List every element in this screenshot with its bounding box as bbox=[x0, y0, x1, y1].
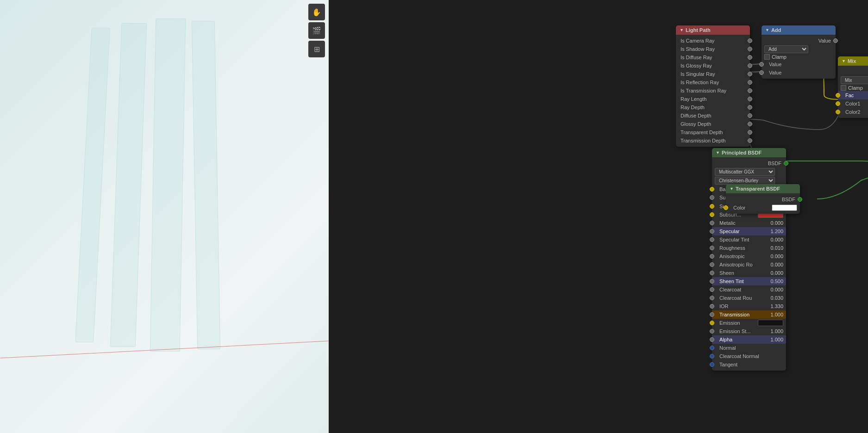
node-editor: ▼ Light Path Is Camera Ray Is Shadow Ray… bbox=[329, 0, 868, 433]
principled-bsdf-header[interactable]: ▼ Principled BSDF bbox=[712, 148, 786, 157]
socket-base-color-in[interactable] bbox=[710, 187, 714, 192]
add-body: Value Add Clamp Value Value bbox=[762, 35, 836, 79]
socket-sheen-tint-in[interactable] bbox=[710, 279, 714, 284]
mix-body: Color Mix Clamp Fac 0.307 Color1 bbox=[838, 66, 868, 118]
socket-subsurface-in[interactable] bbox=[710, 195, 714, 200]
socket-clearcoat-normal-in[interactable] bbox=[710, 354, 714, 359]
socket-specular-in[interactable] bbox=[710, 229, 714, 234]
transparent-output-row: BSDF bbox=[726, 195, 800, 204]
socket-add-val1-in[interactable] bbox=[759, 62, 764, 67]
mix-clamp-label: Clamp bbox=[848, 85, 863, 91]
light-path-body: Is Camera Ray Is Shadow Ray Is Diffuse R… bbox=[676, 35, 750, 147]
transparent-color-swatch[interactable] bbox=[772, 204, 797, 211]
mix-clamp-checkbox[interactable] bbox=[841, 85, 846, 91]
add-title: Add bbox=[771, 27, 781, 33]
add-node: ▼ Add Value Add Clamp Value bbox=[762, 25, 836, 79]
socket-diffuse-depth-out[interactable] bbox=[748, 113, 752, 118]
light-path-title: Light Path bbox=[686, 27, 711, 33]
transparent-bsdf-node: ▼ Transparent BSDF BSDF Color bbox=[726, 184, 800, 214]
principled-bsdf-title: Principled BSDF bbox=[722, 150, 762, 155]
row-diffuse-depth: Diffuse Depth bbox=[676, 111, 750, 120]
socket-clearcoat-in[interactable] bbox=[710, 287, 714, 292]
socket-is-singular-ray-out[interactable] bbox=[748, 72, 752, 76]
bsdf-anisotropic-row: Anisotropic 0.000 bbox=[712, 252, 786, 260]
socket-emission-in[interactable] bbox=[710, 321, 714, 325]
mix-color1-row: Color1 bbox=[838, 99, 868, 108]
bsdf-specular-row: Specular 1.200 bbox=[712, 227, 786, 235]
socket-mix-color1-in[interactable] bbox=[836, 101, 840, 106]
socket-add-value-out[interactable] bbox=[833, 38, 838, 43]
grid-tool-icon[interactable]: ⊞ bbox=[308, 41, 325, 57]
socket-ior-in[interactable] bbox=[710, 304, 714, 309]
socket-roughness-in[interactable] bbox=[710, 246, 714, 250]
bsdf-subsurface-select[interactable]: Christensen-Burley bbox=[715, 177, 775, 185]
socket-is-shadow-ray-out[interactable] bbox=[748, 47, 752, 51]
bsdf-metallic-row: Metalic 0.000 bbox=[712, 219, 786, 227]
add-clamp-label: Clamp bbox=[772, 54, 787, 60]
socket-transparent-color-in[interactable] bbox=[724, 205, 728, 210]
bsdf-output-row: BSDF bbox=[712, 159, 786, 167]
socket-anisotropic-rot-in[interactable] bbox=[710, 262, 714, 267]
socket-normal-in[interactable] bbox=[710, 346, 714, 350]
camera-tool-icon[interactable]: 🎬 bbox=[308, 22, 325, 39]
socket-is-reflection-ray-out[interactable] bbox=[748, 80, 752, 85]
socket-mix-fac-in[interactable] bbox=[836, 93, 840, 98]
mix-header[interactable]: ▼ Mix bbox=[838, 56, 868, 66]
bsdf-dist-select[interactable]: Multiscatter GGX bbox=[715, 168, 775, 176]
socket-transmission-depth-out[interactable] bbox=[748, 138, 752, 143]
add-clamp-row: Clamp bbox=[762, 54, 836, 60]
socket-is-camera-ray-out[interactable] bbox=[748, 38, 752, 43]
row-glossy-depth: Glossy Depth bbox=[676, 120, 750, 128]
add-clamp-checkbox[interactable] bbox=[764, 54, 770, 60]
socket-ray-depth-out[interactable] bbox=[748, 105, 752, 110]
transparent-bsdf-header[interactable]: ▼ Transparent BSDF bbox=[726, 184, 800, 193]
glass-panels bbox=[28, 19, 259, 389]
emission-swatch[interactable] bbox=[758, 320, 783, 326]
socket-ray-length-out[interactable] bbox=[748, 97, 752, 101]
socket-transparent-depth-out[interactable] bbox=[748, 130, 752, 135]
bsdf-emission-strength-row: Emission St... 1.000 bbox=[712, 327, 786, 335]
mix-color2-row: Color2 bbox=[838, 108, 868, 116]
bsdf-dist-row: Multiscatter GGX bbox=[712, 167, 786, 176]
mix-node: ▼ Mix Color Mix Clamp Fac 0.307 bbox=[838, 56, 868, 118]
hand-tool-icon[interactable]: ✋ bbox=[308, 4, 325, 20]
add-value2-row: Value bbox=[762, 68, 836, 77]
socket-emission-strength-in[interactable] bbox=[710, 329, 714, 334]
socket-tangent-in[interactable] bbox=[710, 362, 714, 367]
row-is-reflection-ray: Is Reflection Ray bbox=[676, 78, 750, 87]
socket-anisotropic-in[interactable] bbox=[710, 254, 714, 259]
bsdf-anisotropic-rot-row: Anisotropic Ro 0.000 bbox=[712, 260, 786, 269]
socket-transparent-bsdf-out[interactable] bbox=[798, 197, 802, 202]
socket-transmission-in[interactable] bbox=[710, 312, 714, 317]
socket-is-transmission-ray-out[interactable] bbox=[748, 88, 752, 93]
bsdf-tangent-row: Tangent bbox=[712, 360, 786, 369]
mix-mode-select[interactable]: Mix bbox=[841, 76, 868, 84]
socket-specular-tint-in[interactable] bbox=[710, 237, 714, 242]
mix-mode-row: Mix bbox=[838, 76, 868, 85]
socket-is-diffuse-ray-out[interactable] bbox=[748, 55, 752, 60]
socket-sheen-in[interactable] bbox=[710, 271, 714, 275]
socket-add-val2-in[interactable] bbox=[759, 70, 764, 75]
mix-fac-row: Fac 0.307 bbox=[838, 91, 868, 99]
light-path-header[interactable]: ▼ Light Path bbox=[676, 25, 750, 35]
row-is-camera-ray: Is Camera Ray bbox=[676, 37, 750, 45]
bsdf-normal-row: Normal bbox=[712, 344, 786, 352]
row-transmission-depth: Transmission Depth bbox=[676, 136, 750, 145]
transparent-color-row: Color bbox=[726, 204, 800, 212]
socket-clearcoat-rou-in[interactable] bbox=[710, 296, 714, 300]
bsdf-roughness-row: Roughness 0.010 bbox=[712, 244, 786, 252]
add-operation-select[interactable]: Add bbox=[764, 45, 808, 53]
socket-glossy-depth-out[interactable] bbox=[748, 122, 752, 126]
bsdf-clearcoat-rou-row: Clearcoat Rou 0.030 bbox=[712, 294, 786, 302]
row-ray-depth: Ray Depth bbox=[676, 103, 750, 111]
socket-is-glossy-ray-out[interactable] bbox=[748, 63, 752, 68]
socket-subsurface-radius-in[interactable] bbox=[710, 204, 714, 209]
transparent-bsdf-title: Transparent BSDF bbox=[736, 186, 780, 192]
socket-bsdf-out[interactable] bbox=[784, 161, 788, 166]
socket-mix-color2-in[interactable] bbox=[836, 110, 840, 114]
socket-subsurf-color-in[interactable] bbox=[710, 212, 714, 217]
socket-metallic-in[interactable] bbox=[710, 221, 714, 225]
add-header[interactable]: ▼ Add bbox=[762, 25, 836, 35]
light-path-node: ▼ Light Path Is Camera Ray Is Shadow Ray… bbox=[676, 25, 750, 147]
socket-alpha-in[interactable] bbox=[710, 337, 714, 342]
